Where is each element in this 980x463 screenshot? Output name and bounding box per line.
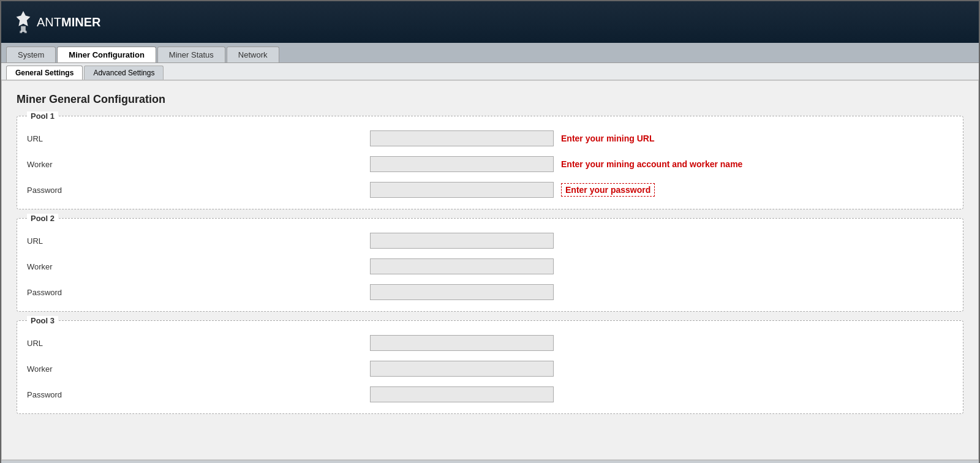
bottom-bar: Reset Save&Apply — [1, 460, 979, 463]
svg-rect-2 — [24, 31, 27, 33]
pool3-legend: Pool 3 — [27, 316, 58, 325]
pool2-url-label: URL — [27, 236, 370, 246]
header: ANTMINER — [1, 1, 979, 43]
tab-system[interactable]: System — [6, 47, 56, 62]
tab-network[interactable]: Network — [227, 47, 279, 62]
pool1-worker-row: Worker Enter your mining account and wor… — [17, 151, 963, 177]
antminer-logo-icon — [13, 10, 33, 34]
pool2-container: Pool 2 URL Worker Password — [17, 218, 963, 312]
pool1-worker-input[interactable] — [370, 156, 554, 172]
pool2-password-row: Password — [17, 279, 963, 305]
pool1-password-row: Password Enter your password — [17, 177, 963, 203]
pool2-worker-input[interactable] — [370, 258, 554, 274]
tab-miner-status[interactable]: Miner Status — [157, 47, 225, 62]
pool3-container: Pool 3 URL Worker Password — [17, 320, 963, 414]
logo-ant: ANT — [37, 15, 61, 29]
pool1-url-label: URL — [27, 134, 370, 143]
pool3-worker-label: Worker — [27, 364, 370, 374]
pool3-password-row: Password — [17, 382, 963, 407]
logo-text: ANTMINER — [37, 15, 100, 29]
pool2-password-input[interactable] — [370, 284, 554, 300]
pool3-worker-row: Worker — [17, 356, 963, 382]
pool3-worker-input[interactable] — [370, 361, 554, 377]
pool2-worker-label: Worker — [27, 262, 370, 271]
pool2-url-row: URL — [17, 228, 963, 254]
logo: ANTMINER — [13, 10, 100, 34]
pool1-password-label: Password — [27, 186, 370, 195]
tab-miner-configuration[interactable]: Miner Configuration — [57, 47, 156, 62]
pool1-container: Pool 1 URL Enter your mining URL Worker … — [17, 116, 963, 209]
svg-rect-1 — [20, 31, 22, 33]
pool3-url-label: URL — [27, 339, 370, 348]
logo-miner: MINER — [61, 15, 100, 29]
nav-bar: System Miner Configuration Miner Status … — [1, 43, 979, 63]
pool1-legend: Pool 1 — [27, 111, 58, 121]
pool3-url-input[interactable] — [370, 335, 554, 351]
page-title: Miner General Configuration — [17, 93, 963, 106]
pool1-url-hint: Enter your mining URL — [561, 134, 654, 143]
pool2-url-input[interactable] — [370, 233, 554, 249]
pool1-url-row: URL Enter your mining URL — [17, 126, 963, 151]
pool2-password-label: Password — [27, 288, 370, 297]
pool1-worker-label: Worker — [27, 160, 370, 169]
pool3-password-input[interactable] — [370, 386, 554, 402]
pool1-password-input[interactable] — [370, 182, 554, 198]
main-content: Miner General Configuration Pool 1 URL E… — [1, 80, 979, 460]
pool1-url-input[interactable] — [370, 130, 554, 146]
sub-tab-advanced-settings[interactable]: Advanced Settings — [84, 66, 164, 80]
pool1-password-hint: Enter your password — [561, 183, 655, 197]
pool3-password-label: Password — [27, 390, 370, 399]
pool2-legend: Pool 2 — [27, 214, 58, 223]
content-area: General Settings Advanced Settings Miner… — [1, 63, 979, 463]
sub-tab-bar: General Settings Advanced Settings — [1, 63, 979, 80]
pool2-worker-row: Worker — [17, 254, 963, 279]
sub-tab-general-settings[interactable]: General Settings — [6, 66, 83, 80]
pool1-worker-hint: Enter your mining account and worker nam… — [561, 159, 742, 169]
pool3-url-row: URL — [17, 330, 963, 356]
